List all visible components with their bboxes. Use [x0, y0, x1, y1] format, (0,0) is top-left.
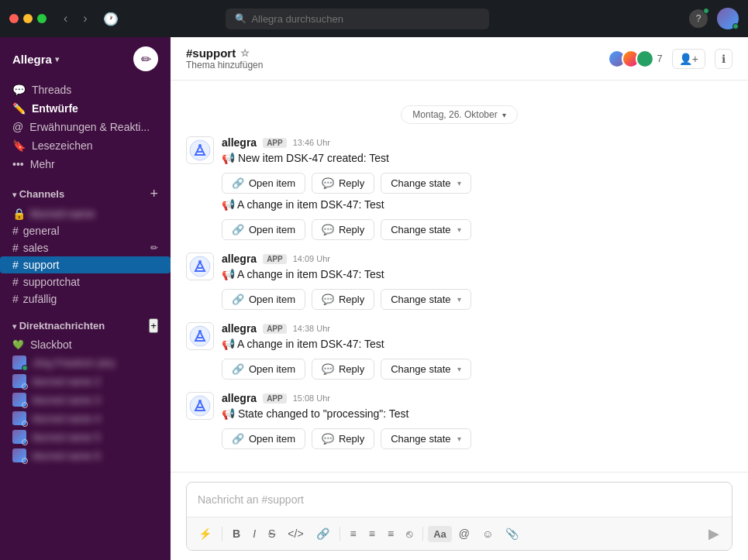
maximize-button[interactable] — [37, 14, 47, 23]
messages-area[interactable]: Montag, 26. Oktober ▾ allegra — [171, 81, 748, 472]
date-badge[interactable]: Montag, 26. Oktober ▾ — [401, 105, 517, 124]
sidebar-channel-general[interactable]: # general — [0, 222, 171, 239]
sidebar-channel-sales[interactable]: # sales ✏ — [0, 239, 171, 256]
reply-button-3[interactable]: 💬 Reply — [312, 359, 374, 380]
traffic-lights — [9, 14, 47, 23]
titlebar-right: ? — [689, 8, 739, 29]
titlebar: ‹ › 🕐 🔍 ? — [0, 0, 748, 37]
reply-button-2[interactable]: 💬 Reply — [312, 289, 374, 310]
change-state-button-3[interactable]: Change state ▾ — [381, 359, 471, 380]
sidebar-item-bookmarks[interactable]: 🔖 Lesezeichen — [0, 136, 171, 155]
ordered-list-button[interactable]: ≡ — [345, 524, 362, 544]
bold-icon: B — [233, 527, 240, 540]
open-item-button-1a[interactable]: 🔗 Open item — [222, 173, 305, 194]
open-item-button-2[interactable]: 🔗 Open item — [222, 289, 305, 310]
allegra-logo-svg-2 — [189, 256, 211, 277]
aa-label: Aa — [433, 528, 446, 540]
attach-button[interactable]: 📎 — [500, 524, 524, 544]
dm-item-slackbot[interactable]: 💚 Slackbot — [0, 336, 171, 353]
open-item-label-3: Open item — [249, 363, 295, 375]
user-avatar[interactable] — [717, 8, 739, 29]
change-state-button-4[interactable]: Change state ▾ — [381, 428, 471, 449]
emoji-button[interactable]: ☺ — [477, 524, 498, 544]
italic-button[interactable]: I — [247, 524, 261, 544]
sidebar-item-entwurfe[interactable]: ✏️ Entwürfe — [0, 99, 171, 118]
dm-item-4[interactable]: blurred name 4 — [0, 409, 171, 428]
sidebar-channel-zufallig[interactable]: # zufällig — [0, 290, 171, 307]
send-button[interactable]: ▶ — [702, 522, 726, 545]
svg-point-7 — [198, 400, 202, 403]
bullet-list-button[interactable]: ≡ — [364, 524, 381, 544]
dm-item-2[interactable]: blurred name 2 — [0, 372, 171, 390]
action-bar-4: 🔗 Open item 💬 Reply Change state ▾ — [222, 428, 732, 449]
sidebar-item-threads[interactable]: 💬 Threads — [0, 81, 171, 99]
bold-button[interactable]: B — [227, 524, 246, 544]
star-icon[interactable]: ☆ — [240, 47, 250, 59]
link-format-button[interactable]: 🔗 — [311, 524, 335, 544]
add-member-button[interactable]: 👤+ — [672, 49, 705, 69]
sidebar-item-mentions[interactable]: @ Erwähnungen & Reakti... — [0, 118, 171, 136]
open-item-button-3[interactable]: 🔗 Open item — [222, 359, 305, 380]
open-item-button-4[interactable]: 🔗 Open item — [222, 428, 305, 449]
member-avatars[interactable]: 7 — [608, 50, 663, 68]
block-button[interactable]: ⎋ — [401, 524, 418, 544]
open-item-label-1a: Open item — [249, 177, 295, 189]
forward-button[interactable]: › — [78, 9, 91, 29]
channel-name: #support — [186, 46, 236, 60]
message-sender-3: allegra — [222, 322, 257, 335]
help-button[interactable]: ? — [689, 9, 708, 28]
sidebar-channel-supportchat[interactable]: # supportchat — [0, 273, 171, 290]
formatting-toggle[interactable]: Aa — [428, 526, 452, 542]
threads-icon: 💬 — [12, 84, 26, 96]
dm-chevron-icon: ▾ — [12, 322, 16, 331]
megaphone-icon-3: 📢 — [222, 338, 235, 350]
channel-info-button[interactable]: ℹ — [715, 49, 732, 69]
change-state-button-2[interactable]: Change state ▾ — [381, 289, 471, 310]
dm-status-3 — [22, 402, 28, 408]
placeholder-text: Nachricht an #support — [198, 493, 304, 506]
message-input-box[interactable]: Nachricht an #support ⚡ B I S — [186, 482, 732, 551]
dm-item-5[interactable]: blurred name 5 — [0, 428, 171, 446]
indent-button[interactable]: ≡ — [382, 524, 399, 544]
change-state-label-1b: Change state — [391, 224, 450, 235]
code-button[interactable]: </> — [282, 524, 309, 544]
change-state-button-1a[interactable]: Change state ▾ — [381, 173, 471, 194]
channel-topic[interactable]: Thema hinzufügen — [186, 60, 263, 70]
change-state-button-1b[interactable]: Change state ▾ — [381, 219, 471, 240]
workspace-header[interactable]: Allegra ▾ ✏ — [0, 37, 171, 81]
change-state-label-1a: Change state — [391, 177, 450, 189]
history-button[interactable]: 🕐 — [98, 9, 123, 29]
reply-button-1b[interactable]: 💬 Reply — [312, 219, 374, 240]
dm-item-jorg[interactable]: Jörg Friedrich (du) — [0, 353, 171, 372]
search-input[interactable] — [251, 13, 480, 25]
reply-button-4[interactable]: 💬 Reply — [312, 428, 374, 449]
lightning-button[interactable]: ⚡ — [193, 524, 217, 544]
channels-section-header[interactable]: ▾ Channels + — [0, 173, 171, 205]
search-bar[interactable]: 🔍 — [226, 9, 489, 29]
sidebar-channel-private[interactable]: 🔒 blurred-name — [0, 205, 171, 222]
emoji-icon: ☺ — [482, 527, 493, 540]
sidebar-item-more[interactable]: ••• Mehr — [0, 155, 171, 173]
dm-section-header[interactable]: ▾ Direktnachrichten + — [0, 307, 171, 336]
app-badge-1: APP — [263, 138, 287, 148]
reply-label-2: Reply — [339, 294, 364, 305]
dm-item-6[interactable]: blurred name 6 — [0, 446, 171, 465]
dm-item-3[interactable]: blurred name 3 — [0, 390, 171, 409]
reply-label-4: Reply — [339, 433, 364, 445]
dm-name-2: blurred name 2 — [33, 376, 100, 387]
reply-button-1a[interactable]: 💬 Reply — [312, 173, 374, 194]
dm-status-online — [22, 365, 28, 371]
back-button[interactable]: ‹ — [59, 9, 72, 29]
close-button[interactable] — [9, 14, 19, 23]
add-dm-button[interactable]: + — [149, 318, 158, 333]
strikethrough-button[interactable]: S — [263, 524, 281, 544]
sidebar-channel-support[interactable]: # support — [0, 256, 171, 273]
mention-button[interactable]: @ — [453, 524, 475, 544]
open-item-label-1b: Open item — [249, 224, 295, 235]
minimize-button[interactable] — [23, 14, 33, 23]
date-divider: Montag, 26. Oktober ▾ — [186, 105, 732, 124]
compose-button[interactable]: ✏ — [133, 46, 158, 71]
message-input-placeholder[interactable]: Nachricht an #support — [187, 483, 732, 517]
open-item-button-1b[interactable]: 🔗 Open item — [222, 219, 305, 240]
add-channel-button[interactable]: + — [150, 186, 158, 202]
